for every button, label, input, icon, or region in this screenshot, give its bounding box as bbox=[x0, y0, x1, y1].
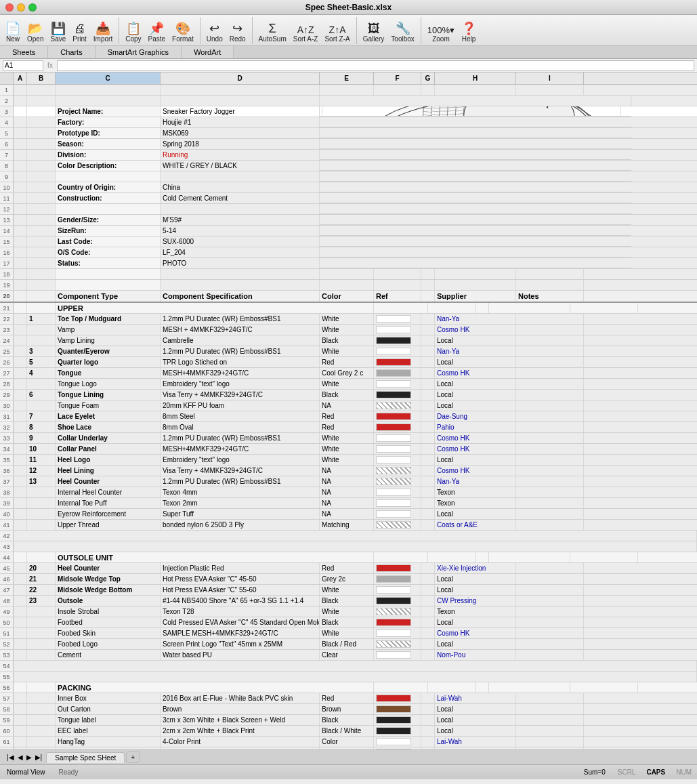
add-sheet-button[interactable]: + bbox=[126, 751, 140, 763]
sheet-tab-sample[interactable]: Sample Spec SHeet bbox=[46, 752, 125, 763]
help-icon: ❓ bbox=[461, 22, 476, 35]
table-row: 53 Cement Water based PU Clear Nom-Pou bbox=[0, 650, 697, 661]
table-row: 36 12 Heel Lining Visa Terry + 4MMKF329+… bbox=[0, 466, 697, 476]
new-icon: 📄 bbox=[5, 22, 20, 35]
view-mode: Normal View bbox=[0, 768, 52, 776]
print-icon: 🖨 bbox=[74, 22, 86, 35]
table-row: 57 Inner Box 2016 Box art E-Flue - White… bbox=[0, 693, 697, 704]
table-row: 58 Out Carton Brown Brown Local bbox=[0, 704, 697, 715]
help-button[interactable]: ❓ Help bbox=[459, 21, 479, 44]
row-1: 1 bbox=[0, 85, 697, 96]
outsole-rows: 45 20 Heel Counter Injection Plastic Red… bbox=[0, 563, 697, 661]
name-box[interactable] bbox=[3, 60, 43, 71]
row-5: 5 Prototype ID: MSK069 bbox=[0, 128, 697, 139]
toolbar-sep-5 bbox=[421, 17, 421, 44]
last-sheet-arrow[interactable]: ▶| bbox=[34, 754, 44, 761]
tab-sheets[interactable]: Sheets bbox=[0, 46, 48, 58]
row-44-outsole: 44 OUTSOLE UNIT bbox=[0, 552, 697, 563]
open-button[interactable]: 📂 Open bbox=[24, 21, 46, 44]
first-sheet-arrow[interactable]: |◀ bbox=[5, 754, 16, 761]
copy-button[interactable]: 📋 Copy bbox=[123, 21, 144, 44]
toolbar-sep-2 bbox=[200, 17, 200, 44]
col-header-b[interactable]: B bbox=[27, 73, 56, 84]
row-14: 14 SizeRun: 5-14 bbox=[0, 226, 697, 236]
status-bar: Normal View Ready Sum=0 SCRL CAPS NUM bbox=[0, 764, 697, 779]
format-button[interactable]: 🎨 Format bbox=[169, 21, 196, 44]
table-row: 24 Vamp Lining Cambrelle Black Local bbox=[0, 335, 697, 346]
row-16: 16 O/S Code: LF_204 bbox=[0, 247, 697, 258]
toolbox-button[interactable]: 🔧 Toolbox bbox=[388, 21, 417, 44]
table-row: 26 5 Quarter logo TPR Logo Stiched on Re… bbox=[0, 357, 697, 368]
autosum-button[interactable]: Σ AutoSum bbox=[256, 21, 289, 44]
row-4: 4 Factory: Houjie #1 bbox=[0, 117, 697, 128]
tab-wordart[interactable]: WordArt bbox=[182, 46, 234, 58]
row-2: 2 bbox=[0, 96, 697, 106]
spreadsheet[interactable]: 1 2 3 Project Name: Sneaker Factory Jogg… bbox=[0, 85, 697, 749]
row-7: 7 Division: Running bbox=[0, 150, 697, 161]
table-row: 22 1 Toe Top / Mudguard 1.2mm PU Duratec… bbox=[0, 314, 697, 325]
row-13: 13 Gender/Size: M'S9# bbox=[0, 215, 697, 226]
table-row: 29 6 Tongue Lining Visa Terry + 4MMKF329… bbox=[0, 390, 697, 400]
undo-button[interactable]: ↩ Undo bbox=[204, 21, 226, 44]
paste-button[interactable]: 📌 Paste bbox=[146, 21, 169, 44]
zoom-button[interactable]: 100%▾ Zoom bbox=[425, 24, 457, 44]
table-row: 32 8 Shoe Lace 8mm Oval Red Pahio bbox=[0, 422, 697, 433]
table-row: 41 Upper Thread bonded nylon 6 250D 3 Pl… bbox=[0, 520, 697, 531]
table-row: 35 11 Heel Logo Embroidery "text" logo W… bbox=[0, 455, 697, 466]
col-header-a[interactable]: A bbox=[14, 73, 27, 84]
project-name-label[interactable]: Project Name: bbox=[56, 106, 161, 117]
formula-sep: fx bbox=[43, 62, 57, 69]
prev-sheet-arrow[interactable]: ◀ bbox=[16, 754, 24, 761]
caps-lock: CAPS bbox=[641, 768, 671, 776]
print-button[interactable]: 🖨 Print bbox=[70, 21, 89, 44]
formula-input[interactable] bbox=[57, 60, 694, 71]
table-row: 48 23 Outsole #1-44 NBS400 Shore "A" 65 … bbox=[0, 596, 697, 606]
redo-icon: ↪ bbox=[232, 22, 242, 35]
row-18: 18 bbox=[0, 269, 697, 280]
row-19: 19 bbox=[0, 280, 697, 291]
col-header-f[interactable]: F bbox=[374, 73, 421, 84]
gallery-button[interactable]: 🖼 Gallery bbox=[360, 21, 387, 44]
col-header-i[interactable]: I bbox=[516, 73, 584, 84]
col-header-c[interactable]: C bbox=[56, 73, 161, 84]
row-42: 42 bbox=[0, 531, 697, 541]
sort-az-button[interactable]: A↑Z Sort A-Z bbox=[291, 24, 321, 44]
tab-smartart[interactable]: SmartArt Graphics bbox=[96, 46, 182, 58]
next-sheet-arrow[interactable]: ▶ bbox=[25, 754, 33, 761]
open-icon: 📂 bbox=[28, 22, 43, 35]
column-headers: A B C D E F G H I bbox=[0, 73, 697, 85]
close-button[interactable] bbox=[5, 3, 14, 12]
window-title: Spec Sheet-Basic.xlsx bbox=[305, 3, 392, 12]
title-bar: Spec Sheet-Basic.xlsx bbox=[0, 0, 697, 15]
col-header-d[interactable]: D bbox=[161, 73, 320, 84]
col-header-g[interactable]: G bbox=[421, 73, 435, 84]
table-row: 27 4 Tongue MESH+4MMKF329+24GT/C Cool Gr… bbox=[0, 368, 697, 379]
window-controls[interactable] bbox=[5, 3, 37, 12]
row-15: 15 Last Code: SUX-6000 bbox=[0, 236, 697, 247]
redo-button[interactable]: ↪ Redo bbox=[227, 21, 249, 44]
row-17: 17 Status: PHOTO bbox=[0, 258, 697, 269]
save-button[interactable]: 💾 Save bbox=[47, 21, 68, 44]
row-9: 9 bbox=[0, 171, 697, 182]
table-row: 45 20 Heel Counter Injection Plastic Red… bbox=[0, 563, 697, 574]
row-20-headers: 20 Component Type Component Specificatio… bbox=[0, 291, 697, 303]
svg-text:8: 8 bbox=[536, 116, 539, 117]
autosum-icon: Σ bbox=[269, 22, 276, 35]
col-header-e[interactable]: E bbox=[320, 73, 374, 84]
table-row: 39 Internal Toe Puff Texon 2mm NA Texon bbox=[0, 498, 697, 509]
table-row: 37 13 Heel Counter 1.2mm PU Duratec (WR)… bbox=[0, 476, 697, 487]
sheet-nav-arrows[interactable]: |◀ ◀ ▶ ▶| bbox=[3, 754, 46, 761]
save-icon: 💾 bbox=[51, 22, 66, 35]
formula-bar: fx bbox=[0, 59, 697, 73]
new-button[interactable]: 📄 New bbox=[3, 21, 23, 44]
tab-charts[interactable]: Charts bbox=[48, 46, 95, 58]
minimize-button[interactable] bbox=[17, 3, 25, 12]
paste-icon: 📌 bbox=[149, 22, 164, 35]
import-button[interactable]: 📥 Import bbox=[91, 21, 115, 44]
project-name-value[interactable]: Sneaker Factory Jogger bbox=[161, 106, 320, 117]
sort-za-button[interactable]: Z↑A Sort Z-A bbox=[322, 24, 352, 44]
row-55: 55 bbox=[0, 672, 697, 682]
maximize-button[interactable] bbox=[28, 3, 37, 12]
col-header-h[interactable]: H bbox=[435, 73, 516, 84]
table-row: 49 Insole Strobal Texon T28 White Texon bbox=[0, 606, 697, 617]
